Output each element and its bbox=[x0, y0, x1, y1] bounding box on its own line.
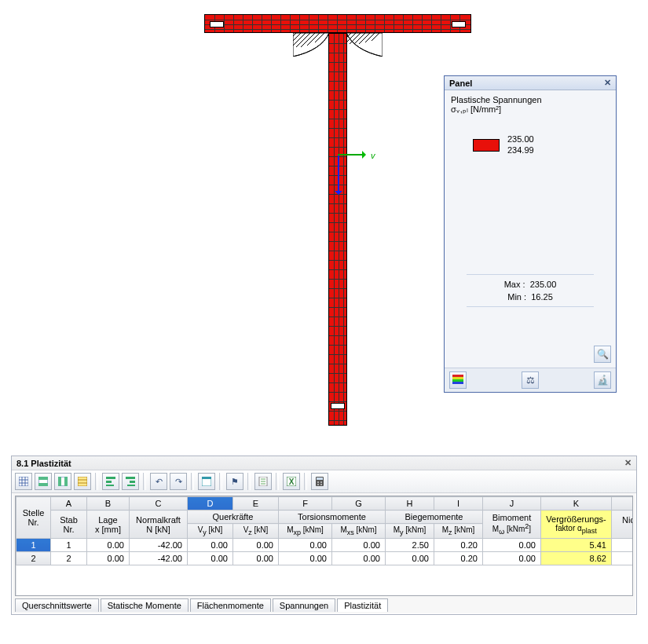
hdr-Vy[interactable]: Vy [kN] bbox=[188, 524, 233, 539]
results-panel: Panel ✕ Plastische Spannungen σᵥ,ₚₗ [N/m… bbox=[444, 75, 617, 393]
table-row[interactable]: 2 2 0.00 -42.00 0.00 0.00 0.00 0.00 0.00… bbox=[16, 552, 634, 565]
col-A[interactable]: A bbox=[51, 497, 87, 510]
panel-balance-icon[interactable]: ⚖ bbox=[522, 371, 539, 389]
flange-marker-right bbox=[452, 21, 466, 27]
panel-titlebar[interactable]: Panel ✕ bbox=[445, 76, 616, 90]
panel-title-text: Panel bbox=[449, 79, 472, 88]
table-row[interactable]: 1 1 0.00 -42.00 0.00 0.00 0.00 0.00 2.50… bbox=[16, 539, 634, 552]
hdr-Vz[interactable]: Vz [kN] bbox=[233, 524, 279, 539]
col-K[interactable]: K bbox=[541, 497, 612, 510]
tab-flaechenmomente[interactable]: Flächenmomente bbox=[190, 598, 271, 612]
svg-rect-29 bbox=[78, 477, 87, 486]
svg-point-48 bbox=[317, 481, 319, 483]
svg-rect-24 bbox=[38, 477, 48, 480]
hdr-Mz[interactable]: Mz [kNm] bbox=[434, 524, 483, 539]
fillet-right bbox=[346, 33, 383, 57]
hdr-biege[interactable]: Biegemomente bbox=[386, 510, 483, 524]
svg-point-51 bbox=[320, 484, 322, 485]
web-member bbox=[328, 33, 347, 426]
row-index-1[interactable]: 1 bbox=[16, 539, 51, 552]
hdr-torsion[interactable]: Torsionsmomente bbox=[279, 510, 386, 524]
toolbar-cols-icon[interactable] bbox=[54, 473, 71, 490]
legend-lower-value: 234.99 bbox=[507, 145, 534, 155]
toolbar-calendar-icon[interactable] bbox=[198, 473, 215, 490]
results-title-text: 8.1 Plastizität bbox=[16, 459, 71, 468]
tab-spannungen[interactable]: Spannungen bbox=[273, 598, 335, 612]
svg-point-50 bbox=[317, 484, 319, 485]
col-E[interactable]: E bbox=[233, 497, 279, 510]
hdr-bimoment[interactable]: BimomentMω [kNm2] bbox=[483, 510, 541, 539]
tab-statische-momente[interactable]: Statische Momente bbox=[101, 598, 189, 612]
panel-microscope-icon[interactable]: 🔬 bbox=[594, 371, 611, 389]
panel-heading-line2: σᵥ,ₚₗ [N/mm²] bbox=[451, 104, 610, 115]
axis-y bbox=[338, 154, 364, 156]
col-C[interactable]: C bbox=[130, 497, 188, 510]
col-D[interactable]: D bbox=[188, 497, 233, 510]
svg-rect-34 bbox=[106, 485, 114, 486]
results-close-icon[interactable]: ✕ bbox=[624, 458, 632, 468]
tab-querschnittswerte[interactable]: Querschnittswerte bbox=[15, 598, 99, 612]
hdr-querkrafte[interactable]: Querkräfte bbox=[188, 510, 279, 524]
svg-line-6 bbox=[315, 33, 324, 42]
toolbar-excel-icon[interactable]: X bbox=[283, 473, 300, 490]
col-L[interactable]: L bbox=[612, 497, 634, 510]
hdr-stelle-nr[interactable]: StelleNr. bbox=[16, 497, 51, 539]
col-B[interactable]: B bbox=[87, 497, 130, 510]
toolbar-grid-icon[interactable] bbox=[15, 473, 32, 490]
col-J[interactable]: J bbox=[483, 497, 541, 510]
results-toolbar: ↶ ↷ ⚑ X bbox=[12, 470, 636, 493]
hdr-Mxs[interactable]: Mxs [kNm] bbox=[332, 524, 386, 539]
panel-footer: ⚖ 🔬 bbox=[445, 368, 616, 392]
toolbar-rows-icon[interactable] bbox=[35, 473, 52, 490]
toolbar-flag-icon[interactable]: ⚑ bbox=[226, 473, 243, 490]
svg-rect-35 bbox=[126, 477, 135, 479]
toolbar-document-icon[interactable] bbox=[254, 473, 272, 490]
model-viewport[interactable]: v Panel ✕ Plastische Spannungen σᵥ,ₚₗ [N… bbox=[0, 0, 648, 448]
row-index-2[interactable]: 2 bbox=[16, 552, 51, 565]
table-empty bbox=[16, 565, 634, 597]
panel-max-label: Max : bbox=[504, 280, 525, 289]
svg-rect-36 bbox=[130, 481, 135, 483]
panel-close-icon[interactable]: ✕ bbox=[604, 78, 611, 88]
hdr-My[interactable]: My [kNm] bbox=[386, 524, 434, 539]
panel-min-label: Min : bbox=[507, 292, 526, 302]
svg-text:X: X bbox=[289, 478, 295, 486]
results-grid[interactable]: StelleNr. A B C D E F G H I J K L StabNr… bbox=[15, 496, 633, 596]
hdr-stab[interactable]: StabNr. bbox=[51, 510, 87, 539]
results-titlebar: 8.1 Plastizität ✕ bbox=[12, 456, 636, 470]
results-tabs: Querschnittswerte Statische Momente Fläc… bbox=[12, 596, 636, 614]
hdr-lage[interactable]: Lagex [mm] bbox=[87, 510, 130, 539]
toolbar-right-icon[interactable] bbox=[122, 473, 139, 490]
toolbar-select-icon[interactable] bbox=[74, 473, 91, 490]
svg-rect-37 bbox=[127, 485, 135, 486]
svg-rect-25 bbox=[38, 483, 48, 486]
svg-rect-18 bbox=[19, 477, 28, 486]
col-F[interactable]: F bbox=[279, 497, 332, 510]
svg-rect-16 bbox=[452, 379, 463, 382]
toolbar-left-icon[interactable] bbox=[102, 473, 119, 490]
panel-body: Plastische Spannungen σᵥ,ₚₗ [N/mm²] 235.… bbox=[445, 90, 616, 368]
col-H[interactable]: H bbox=[386, 497, 434, 510]
panel-max-value: 235.00 bbox=[530, 280, 557, 289]
hdr-reserve[interactable]: Nicht verwendeteReserve [%] bbox=[612, 510, 634, 539]
svg-rect-15 bbox=[452, 377, 463, 379]
hdr-Mxp[interactable]: Mxp [kNm] bbox=[279, 524, 332, 539]
toolbar-redo-icon[interactable]: ↷ bbox=[170, 473, 187, 490]
col-G[interactable]: G bbox=[332, 497, 386, 510]
hdr-vergr[interactable]: Vergrößerungs-faktor αplast bbox=[541, 510, 612, 539]
toolbar-undo-icon[interactable]: ↶ bbox=[150, 473, 167, 490]
toolbar-calculator-icon[interactable] bbox=[311, 473, 328, 490]
legend-upper-value: 235.00 bbox=[507, 134, 534, 144]
col-I[interactable]: I bbox=[434, 497, 483, 510]
results-window: 8.1 Plastizität ✕ ↶ ↷ ⚑ X bbox=[11, 456, 637, 615]
svg-rect-14 bbox=[452, 375, 463, 377]
svg-rect-27 bbox=[58, 477, 61, 486]
hdr-normalkraft[interactable]: NormalkraftN [kN] bbox=[130, 510, 188, 539]
svg-line-10 bbox=[354, 33, 365, 44]
tab-plastizitaet[interactable]: Plastizität bbox=[337, 598, 388, 612]
svg-rect-39 bbox=[202, 477, 211, 479]
panel-zoom-button[interactable]: 🔍 bbox=[594, 346, 611, 363]
panel-palette-icon[interactable] bbox=[449, 371, 467, 389]
panel-heading-line1: Plastische Spannungen bbox=[451, 95, 610, 104]
svg-rect-17 bbox=[452, 382, 463, 384]
